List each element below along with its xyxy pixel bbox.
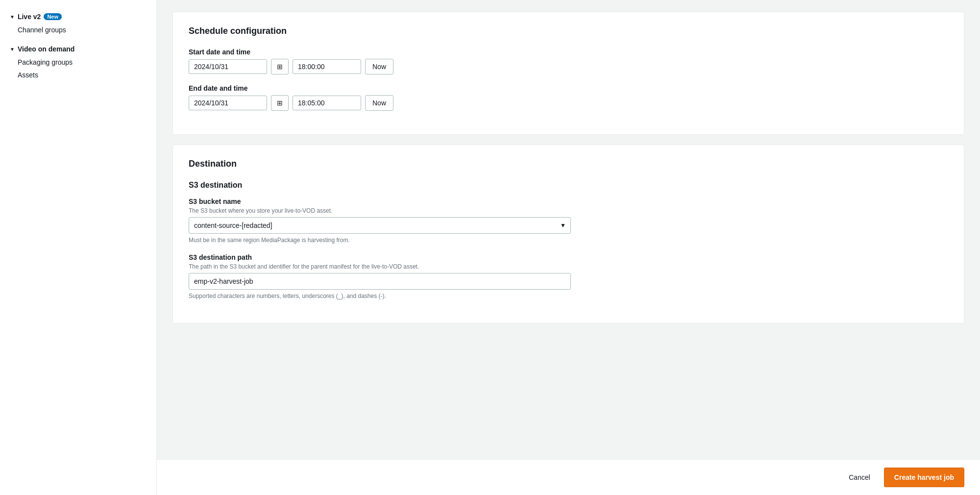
s3-bucket-hint: The S3 bucket where you store your live-…	[189, 207, 948, 214]
main-content: Schedule configuration Start date and ti…	[157, 0, 980, 495]
end-datetime-row: ⊞ Now	[189, 95, 948, 111]
assets-label: Assets	[18, 71, 38, 79]
sidebar-vod-label: Video on demand	[18, 45, 74, 53]
s3-bucket-select-wrapper: content-source-[redacted] ▼	[189, 217, 571, 234]
end-date-input[interactable]	[189, 96, 267, 110]
end-datetime-label: End date and time	[189, 84, 948, 92]
s3-path-chars-hint: Supported characters are numbers, letter…	[189, 293, 948, 299]
start-date-input[interactable]	[189, 59, 267, 74]
start-datetime-group: Start date and time ⊞ Now	[189, 48, 948, 74]
start-calendar-button[interactable]: ⊞	[271, 59, 289, 74]
live-v2-chevron-icon: ▼	[10, 14, 15, 20]
s3-bucket-label: S3 bucket name	[189, 198, 948, 205]
sidebar-live-v2-label: Live v2	[18, 13, 41, 21]
live-v2-badge: New	[44, 13, 62, 20]
start-time-input[interactable]	[293, 59, 361, 74]
vod-chevron-icon: ▼	[10, 47, 15, 52]
end-datetime-group: End date and time ⊞ Now	[189, 84, 948, 111]
sidebar-item-live-v2[interactable]: ▼ Live v2 New	[0, 10, 156, 24]
end-time-input[interactable]	[293, 96, 361, 110]
s3-path-input[interactable]	[189, 273, 571, 290]
schedule-config-card: Schedule configuration Start date and ti…	[172, 12, 964, 135]
end-now-button[interactable]: Now	[365, 95, 393, 111]
sidebar-item-assets[interactable]: Assets	[0, 69, 156, 81]
schedule-config-title: Schedule configuration	[189, 26, 948, 36]
s3-path-group: S3 destination path The path in the S3 b…	[189, 253, 948, 299]
destination-card: Destination S3 destination S3 bucket nam…	[172, 145, 964, 323]
s3-bucket-select[interactable]: content-source-[redacted]	[189, 217, 571, 234]
s3-bucket-region-hint: Must be in the same region MediaPackage …	[189, 237, 948, 244]
start-datetime-label: Start date and time	[189, 48, 948, 56]
destination-title: Destination	[189, 159, 948, 169]
calendar-icon: ⊞	[277, 63, 283, 71]
sidebar-item-vod[interactable]: ▼ Video on demand	[0, 42, 156, 56]
calendar-icon-end: ⊞	[277, 99, 283, 107]
channel-groups-label: Channel groups	[18, 26, 66, 34]
end-calendar-button[interactable]: ⊞	[271, 95, 289, 111]
start-now-button[interactable]: Now	[365, 59, 393, 74]
cancel-button[interactable]: Cancel	[841, 470, 878, 485]
create-harvest-job-button[interactable]: Create harvest job	[884, 468, 964, 487]
packaging-groups-label: Packaging groups	[18, 58, 73, 66]
start-datetime-row: ⊞ Now	[189, 59, 948, 74]
sidebar: ▼ Live v2 New Channel groups ▼ Video on …	[0, 0, 157, 495]
s3-path-hint: The path in the S3 bucket and identifier…	[189, 263, 948, 270]
footer-bar: Cancel Create harvest job	[157, 459, 980, 495]
sidebar-item-packaging-groups[interactable]: Packaging groups	[0, 56, 156, 69]
s3-path-label: S3 destination path	[189, 253, 948, 261]
sidebar-item-channel-groups[interactable]: Channel groups	[0, 24, 156, 36]
s3-bucket-group: S3 bucket name The S3 bucket where you s…	[189, 198, 948, 244]
s3-destination-subtitle: S3 destination	[189, 181, 948, 190]
